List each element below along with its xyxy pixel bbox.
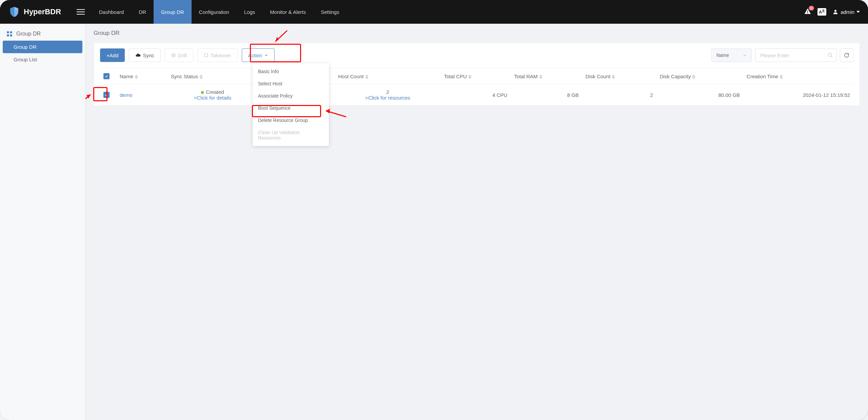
nav-logs[interactable]: Logs (237, 0, 263, 24)
user-menu[interactable]: admin (832, 9, 860, 15)
sidebar-title-label: Group DR (16, 31, 41, 37)
row-host-count: 2 (386, 89, 389, 95)
nav-dashboard[interactable]: Dashboard (92, 0, 131, 24)
col-name[interactable]: Name (116, 68, 167, 84)
add-button[interactable]: +Add (100, 48, 125, 62)
annotation-arrow-checkbox (85, 90, 97, 112)
main-content: Group DR +Add Sync Drill Takeover Action (85, 24, 868, 420)
hamburger-icon[interactable] (76, 7, 85, 17)
sync-label: Sync (143, 52, 154, 58)
svg-point-10 (173, 55, 174, 56)
sidebar-title: Group DR (0, 26, 85, 41)
toolbar: +Add Sync Drill Takeover Action (100, 48, 853, 62)
row-name-link[interactable]: demo (120, 92, 133, 98)
svg-point-12 (828, 53, 831, 56)
svg-point-4 (834, 10, 836, 12)
select-all-checkbox[interactable] (103, 73, 110, 79)
search-wrap (755, 48, 836, 62)
sidebar-item-group-list[interactable]: Group List (0, 53, 85, 66)
user-icon (832, 9, 839, 15)
row-disk-count: 2 (582, 84, 656, 106)
svg-rect-6 (10, 31, 12, 34)
brand-name: HyperBDR (24, 7, 61, 16)
row-total-ram: 8 GB (511, 84, 582, 106)
chevron-down-icon (743, 53, 747, 57)
chevron-down-icon (264, 53, 268, 57)
svg-line-18 (326, 111, 346, 117)
dropdown-boot-sequence[interactable]: Boot Sequence (253, 102, 329, 114)
svg-marker-17 (86, 94, 91, 99)
nav-settings[interactable]: Settings (313, 0, 347, 24)
table-row: demo Created >Click for details No Task … (100, 84, 853, 106)
nav-group-dr[interactable]: Group DR (154, 0, 192, 24)
drill-icon (171, 53, 176, 58)
row-creation-time: 2024-01-12 15:19:52 (743, 84, 853, 106)
col-host-count[interactable]: Host Count (335, 68, 440, 84)
group-table: Name Sync Status Boot Status Host Count … (100, 68, 853, 106)
top-nav: Dashboard DR Group DR Configuration Logs… (92, 0, 347, 24)
page-title: Group DR (94, 30, 860, 37)
action-dropdown: Basic Info Select Host Associate Policy … (253, 63, 329, 146)
row-sync-status: Created (206, 89, 224, 95)
alert-icon[interactable]: 0 (804, 8, 811, 16)
action-label: Action (248, 52, 262, 58)
svg-rect-3 (807, 13, 808, 13)
filter-field-label: Name (716, 52, 729, 58)
dropdown-delete-resource-group[interactable]: Delete Resource Group (253, 114, 329, 126)
col-total-cpu[interactable]: Total CPU (440, 68, 511, 84)
col-total-ram[interactable]: Total RAM (511, 68, 582, 84)
sync-details-link[interactable]: >Click for details (194, 95, 231, 101)
shield-icon (8, 6, 20, 18)
drill-button: Drill (165, 48, 193, 62)
takeover-label: Takeover (211, 52, 231, 58)
row-total-cpu: 4 CPU (440, 84, 511, 106)
row-checkbox[interactable] (103, 92, 110, 98)
takeover-button: Takeover (197, 48, 238, 62)
toolbar-right: Name (711, 48, 853, 62)
col-creation-time[interactable]: Creation Time (743, 68, 853, 84)
svg-rect-2 (807, 10, 808, 13)
alert-badge: 0 (809, 6, 814, 10)
svg-point-9 (172, 54, 176, 57)
svg-line-16 (85, 94, 91, 107)
brand-logo: HyperBDR (8, 6, 76, 18)
header-right: 0 A文 admin (804, 8, 860, 16)
dropdown-clean-up-validation: Clean Up Validation Resources (253, 126, 329, 144)
nav-dr[interactable]: DR (131, 0, 154, 24)
filter-field-select[interactable]: Name (711, 48, 752, 62)
status-dot-green (201, 91, 204, 94)
nav-configuration[interactable]: Configuration (192, 0, 237, 24)
svg-point-1 (16, 9, 17, 10)
action-button[interactable]: Action (242, 48, 275, 62)
nav-monitor-alerts[interactable]: Monitor & Alerts (262, 0, 313, 24)
svg-rect-11 (204, 54, 208, 57)
search-icon (828, 52, 833, 58)
dropdown-associate-policy[interactable]: Associate Policy (253, 90, 329, 102)
dropdown-basic-info[interactable]: Basic Info (253, 65, 329, 78)
svg-rect-7 (7, 35, 9, 37)
drill-label: Drill (178, 52, 187, 58)
svg-point-0 (15, 8, 17, 9)
col-sync-status[interactable]: Sync Status (167, 68, 258, 84)
content-panel: +Add Sync Drill Takeover Action (94, 43, 860, 106)
sync-button[interactable]: Sync (129, 48, 160, 62)
grid-icon (6, 30, 13, 37)
svg-rect-8 (10, 35, 12, 37)
language-toggle[interactable]: A文 (817, 8, 826, 15)
svg-line-13 (831, 56, 832, 57)
search-input[interactable] (755, 48, 836, 62)
chevron-down-icon (856, 11, 860, 13)
cloud-icon (135, 52, 141, 58)
sidebar-item-group-dr[interactable]: Group DR (3, 41, 82, 53)
col-disk-count[interactable]: Disk Count (582, 68, 656, 84)
refresh-icon (844, 52, 850, 58)
app-header: HyperBDR Dashboard DR Group DR Configura… (0, 0, 868, 24)
host-resources-link[interactable]: >Click for resources (365, 95, 410, 101)
dropdown-select-host[interactable]: Select Host (253, 78, 329, 90)
takeover-icon (204, 53, 209, 58)
row-disk-capacity: 80.00 GB (656, 84, 743, 106)
refresh-button[interactable] (840, 48, 853, 62)
col-disk-capacity[interactable]: Disk Capacity (656, 68, 743, 84)
svg-rect-5 (7, 31, 9, 34)
username-label: admin (841, 9, 854, 15)
